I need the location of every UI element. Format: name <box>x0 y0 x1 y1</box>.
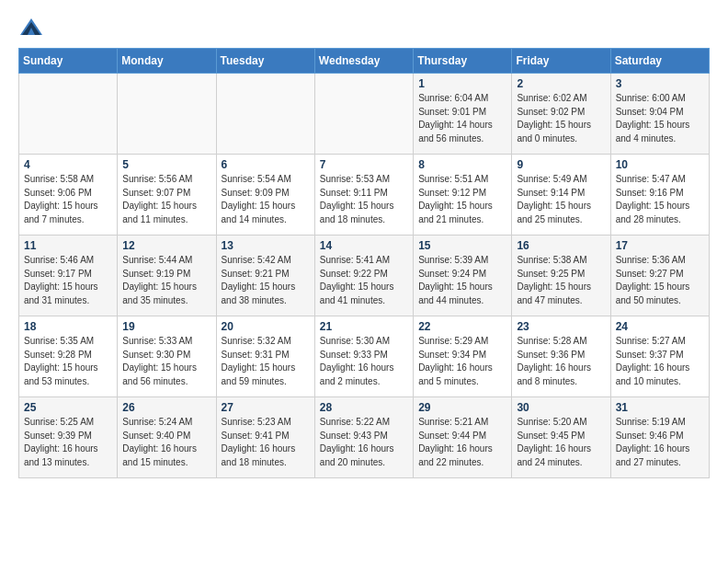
day-info: Sunrise: 5:28 AM Sunset: 9:36 PM Dayligh… <box>517 335 605 388</box>
day-cell: 18Sunrise: 5:35 AM Sunset: 9:28 PM Dayli… <box>19 316 118 397</box>
day-cell <box>216 74 314 155</box>
day-number: 13 <box>222 239 310 252</box>
day-cell: 19Sunrise: 5:33 AM Sunset: 9:30 PM Dayli… <box>118 316 216 397</box>
day-info: Sunrise: 5:54 AM Sunset: 9:09 PM Dayligh… <box>222 173 310 226</box>
page: SundayMondayTuesdayWednesdayThursdayFrid… <box>0 0 728 493</box>
day-cell: 10Sunrise: 5:47 AM Sunset: 9:16 PM Dayli… <box>610 155 709 236</box>
day-info: Sunrise: 5:56 AM Sunset: 9:07 PM Dayligh… <box>122 173 210 226</box>
day-number: 3 <box>616 77 704 90</box>
day-cell: 31Sunrise: 5:19 AM Sunset: 9:46 PM Dayli… <box>610 397 709 478</box>
day-cell: 7Sunrise: 5:53 AM Sunset: 9:11 PM Daylig… <box>314 155 413 236</box>
day-cell: 23Sunrise: 5:28 AM Sunset: 9:36 PM Dayli… <box>512 316 610 397</box>
day-info: Sunrise: 5:53 AM Sunset: 9:11 PM Dayligh… <box>320 173 408 226</box>
day-number: 10 <box>616 158 704 171</box>
day-number: 30 <box>517 401 605 414</box>
day-cell: 13Sunrise: 5:42 AM Sunset: 9:21 PM Dayli… <box>216 236 314 316</box>
day-cell: 8Sunrise: 5:51 AM Sunset: 9:12 PM Daylig… <box>414 155 512 236</box>
header-cell-saturday: Saturday <box>610 49 709 74</box>
day-info: Sunrise: 5:47 AM Sunset: 9:16 PM Dayligh… <box>616 173 704 226</box>
week-row-3: 11Sunrise: 5:46 AM Sunset: 9:17 PM Dayli… <box>19 236 710 316</box>
day-cell: 30Sunrise: 5:20 AM Sunset: 9:45 PM Dayli… <box>512 397 610 478</box>
day-cell: 15Sunrise: 5:39 AM Sunset: 9:24 PM Dayli… <box>414 236 512 316</box>
day-cell: 9Sunrise: 5:49 AM Sunset: 9:14 PM Daylig… <box>512 155 610 236</box>
day-number: 28 <box>320 401 408 414</box>
day-cell: 1Sunrise: 6:04 AM Sunset: 9:01 PM Daylig… <box>414 74 512 155</box>
day-number: 1 <box>418 77 506 90</box>
day-info: Sunrise: 5:49 AM Sunset: 9:14 PM Dayligh… <box>517 173 605 226</box>
day-cell: 20Sunrise: 5:32 AM Sunset: 9:31 PM Dayli… <box>216 316 314 397</box>
day-info: Sunrise: 5:42 AM Sunset: 9:21 PM Dayligh… <box>222 254 310 307</box>
day-number: 27 <box>222 401 310 414</box>
day-number: 25 <box>24 401 112 414</box>
day-cell: 11Sunrise: 5:46 AM Sunset: 9:17 PM Dayli… <box>19 236 118 316</box>
day-info: Sunrise: 5:46 AM Sunset: 9:17 PM Dayligh… <box>24 254 112 307</box>
day-number: 5 <box>122 158 210 171</box>
day-number: 22 <box>418 320 506 333</box>
day-cell <box>118 74 216 155</box>
day-cell: 28Sunrise: 5:22 AM Sunset: 9:43 PM Dayli… <box>314 397 413 478</box>
day-cell: 2Sunrise: 6:02 AM Sunset: 9:02 PM Daylig… <box>512 74 610 155</box>
day-cell: 25Sunrise: 5:25 AM Sunset: 9:39 PM Dayli… <box>19 397 118 478</box>
day-cell: 14Sunrise: 5:41 AM Sunset: 9:22 PM Dayli… <box>314 236 413 316</box>
calendar-table: SundayMondayTuesdayWednesdayThursdayFrid… <box>18 48 710 478</box>
day-number: 11 <box>24 239 112 252</box>
week-row-2: 4Sunrise: 5:58 AM Sunset: 9:06 PM Daylig… <box>19 155 710 236</box>
day-cell: 12Sunrise: 5:44 AM Sunset: 9:19 PM Dayli… <box>118 236 216 316</box>
day-number: 6 <box>222 158 310 171</box>
header-cell-wednesday: Wednesday <box>314 49 413 74</box>
header-cell-monday: Monday <box>118 49 216 74</box>
header-cell-tuesday: Tuesday <box>216 49 314 74</box>
header-cell-friday: Friday <box>512 49 610 74</box>
day-cell: 6Sunrise: 5:54 AM Sunset: 9:09 PM Daylig… <box>216 155 314 236</box>
day-info: Sunrise: 5:51 AM Sunset: 9:12 PM Dayligh… <box>418 173 506 226</box>
day-cell: 22Sunrise: 5:29 AM Sunset: 9:34 PM Dayli… <box>414 316 512 397</box>
header-cell-sunday: Sunday <box>19 49 118 74</box>
day-info: Sunrise: 6:00 AM Sunset: 9:04 PM Dayligh… <box>616 92 704 145</box>
day-number: 23 <box>517 320 605 333</box>
day-cell: 27Sunrise: 5:23 AM Sunset: 9:41 PM Dayli… <box>216 397 314 478</box>
day-number: 19 <box>122 320 210 333</box>
day-cell: 5Sunrise: 5:56 AM Sunset: 9:07 PM Daylig… <box>118 155 216 236</box>
day-info: Sunrise: 5:38 AM Sunset: 9:25 PM Dayligh… <box>517 254 605 307</box>
day-cell <box>19 74 118 155</box>
day-cell: 16Sunrise: 5:38 AM Sunset: 9:25 PM Dayli… <box>512 236 610 316</box>
day-info: Sunrise: 5:22 AM Sunset: 9:43 PM Dayligh… <box>320 416 408 469</box>
header <box>18 15 710 40</box>
day-number: 14 <box>320 239 408 252</box>
day-number: 12 <box>122 239 210 252</box>
day-number: 2 <box>517 77 605 90</box>
day-info: Sunrise: 5:41 AM Sunset: 9:22 PM Dayligh… <box>320 254 408 307</box>
day-cell: 24Sunrise: 5:27 AM Sunset: 9:37 PM Dayli… <box>610 316 709 397</box>
day-info: Sunrise: 5:36 AM Sunset: 9:27 PM Dayligh… <box>616 254 704 307</box>
day-number: 16 <box>517 239 605 252</box>
day-info: Sunrise: 5:30 AM Sunset: 9:33 PM Dayligh… <box>320 335 408 388</box>
day-cell: 17Sunrise: 5:36 AM Sunset: 9:27 PM Dayli… <box>610 236 709 316</box>
day-info: Sunrise: 5:35 AM Sunset: 9:28 PM Dayligh… <box>24 335 112 388</box>
week-row-1: 1Sunrise: 6:04 AM Sunset: 9:01 PM Daylig… <box>19 74 710 155</box>
day-info: Sunrise: 5:32 AM Sunset: 9:31 PM Dayligh… <box>222 335 310 388</box>
day-number: 17 <box>616 239 704 252</box>
day-number: 20 <box>222 320 310 333</box>
day-info: Sunrise: 6:02 AM Sunset: 9:02 PM Dayligh… <box>517 92 605 145</box>
day-number: 4 <box>24 158 112 171</box>
day-cell: 26Sunrise: 5:24 AM Sunset: 9:40 PM Dayli… <box>118 397 216 478</box>
day-info: Sunrise: 5:29 AM Sunset: 9:34 PM Dayligh… <box>418 335 506 388</box>
day-info: Sunrise: 5:20 AM Sunset: 9:45 PM Dayligh… <box>517 416 605 469</box>
day-info: Sunrise: 6:04 AM Sunset: 9:01 PM Dayligh… <box>418 92 506 145</box>
day-cell: 4Sunrise: 5:58 AM Sunset: 9:06 PM Daylig… <box>19 155 118 236</box>
day-cell: 21Sunrise: 5:30 AM Sunset: 9:33 PM Dayli… <box>314 316 413 397</box>
day-cell: 3Sunrise: 6:00 AM Sunset: 9:04 PM Daylig… <box>610 74 709 155</box>
day-cell: 29Sunrise: 5:21 AM Sunset: 9:44 PM Dayli… <box>414 397 512 478</box>
day-info: Sunrise: 5:39 AM Sunset: 9:24 PM Dayligh… <box>418 254 506 307</box>
day-info: Sunrise: 5:33 AM Sunset: 9:30 PM Dayligh… <box>122 335 210 388</box>
day-cell <box>314 74 413 155</box>
day-info: Sunrise: 5:21 AM Sunset: 9:44 PM Dayligh… <box>418 416 506 469</box>
day-number: 7 <box>320 158 408 171</box>
day-info: Sunrise: 5:27 AM Sunset: 9:37 PM Dayligh… <box>616 335 704 388</box>
day-number: 24 <box>616 320 704 333</box>
day-number: 18 <box>24 320 112 333</box>
day-number: 15 <box>418 239 506 252</box>
day-info: Sunrise: 5:24 AM Sunset: 9:40 PM Dayligh… <box>122 416 210 469</box>
logo <box>18 15 48 40</box>
day-number: 9 <box>517 158 605 171</box>
